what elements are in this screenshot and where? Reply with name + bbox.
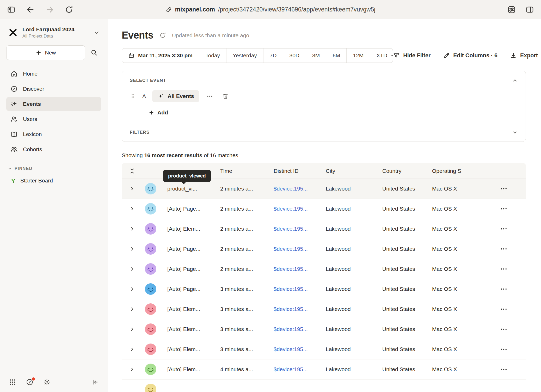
event-name[interactable]: [Auto] Page... xyxy=(167,246,220,252)
reload-icon[interactable] xyxy=(65,5,73,14)
distinct-id-link[interactable]: $device:195... xyxy=(274,286,326,292)
table-row[interactable]: [Auto] Page... 2 minutes a... $device:19… xyxy=(122,259,526,279)
search-button[interactable] xyxy=(87,45,101,60)
browser-sidebar-toggle-icon[interactable] xyxy=(7,5,16,14)
distinct-id-link[interactable]: $device:195... xyxy=(274,186,326,192)
event-name[interactable]: [Auto] Page... xyxy=(167,286,220,292)
city-cell: Lakewood xyxy=(326,206,382,212)
sidebar-item-home[interactable]: Home xyxy=(6,67,101,81)
event-options-button[interactable] xyxy=(205,91,215,101)
distinct-id-link[interactable]: $device:195... xyxy=(274,246,326,252)
event-name[interactable]: [Auto] Page... xyxy=(167,206,220,212)
expand-row-icon[interactable] xyxy=(130,246,135,252)
sidebar-item-cohorts[interactable]: Cohorts xyxy=(6,142,101,156)
expand-row-icon[interactable] xyxy=(130,327,135,332)
new-button[interactable]: New xyxy=(6,45,85,60)
event-name[interactable]: [Auto] Page... xyxy=(167,266,220,272)
distinct-id-link[interactable]: $device:195... xyxy=(274,306,326,312)
table-row[interactable]: [Auto] Elem... 3 minutes a... $device:19… xyxy=(122,299,526,319)
distinct-id-link[interactable]: $device:195... xyxy=(274,226,326,232)
table-row[interactable]: [Auto] Elem... 3 minutes a... $device:19… xyxy=(122,339,526,359)
row-menu-icon[interactable] xyxy=(500,225,508,233)
range-yesterday[interactable]: Yesterday xyxy=(226,48,263,63)
row-menu-icon[interactable] xyxy=(500,305,508,313)
collapse-sidebar-icon[interactable] xyxy=(91,378,99,386)
row-menu-icon[interactable] xyxy=(500,365,508,373)
expand-row-icon[interactable] xyxy=(130,206,135,211)
range-7d[interactable]: 7D xyxy=(263,48,283,63)
delete-event-button[interactable] xyxy=(220,91,231,101)
column-header-city[interactable]: City xyxy=(326,168,382,174)
row-menu-icon[interactable] xyxy=(500,245,508,253)
export-button[interactable]: Export xyxy=(510,52,538,59)
table-row[interactable]: [Auto] Page... 3 minutes a... $device:19… xyxy=(122,279,526,299)
row-menu-icon[interactable] xyxy=(500,185,508,193)
expand-row-icon[interactable] xyxy=(130,266,135,272)
row-menu-icon[interactable] xyxy=(500,325,508,333)
distinct-id-link[interactable]: $device:195... xyxy=(274,326,326,332)
event-name[interactable]: [Auto] Elem... xyxy=(167,326,220,332)
column-header-country[interactable]: Country xyxy=(382,168,432,174)
column-header-os[interactable]: Operating S xyxy=(432,168,482,174)
row-menu-icon[interactable] xyxy=(500,285,508,293)
sidebar-item-starter-board[interactable]: Starter Board xyxy=(6,174,101,187)
row-menu-icon[interactable] xyxy=(500,345,508,353)
address-bar[interactable]: mixpanel.com/project/3472420/view/397469… xyxy=(166,6,376,13)
collapse-section-icon[interactable] xyxy=(512,78,518,83)
table-row[interactable]: [Auto] Elem... 4 minutes a... $device:19… xyxy=(122,359,526,379)
event-name[interactable]: [Auto] Elem... xyxy=(167,226,220,232)
expand-section-icon[interactable] xyxy=(512,130,518,135)
expand-row-icon[interactable] xyxy=(130,367,135,372)
event-name[interactable]: [Auto] Elem... xyxy=(167,366,220,372)
range-12m[interactable]: 12M xyxy=(346,48,370,63)
row-menu-icon[interactable] xyxy=(500,205,508,213)
event-name[interactable]: product_vi... xyxy=(167,186,220,192)
settings-gear-icon[interactable] xyxy=(43,378,51,386)
edit-columns-button[interactable]: Edit Columns · 6 xyxy=(443,52,497,59)
project-switcher[interactable]: Lord Farquaad 2024 All Project Data xyxy=(6,24,101,45)
split-view-icon[interactable] xyxy=(525,5,534,14)
sidebar-item-lexicon[interactable]: Lexicon xyxy=(6,127,101,141)
range-3m[interactable]: 3M xyxy=(306,48,326,63)
distinct-id-link[interactable]: $device:195... xyxy=(274,346,326,352)
help-button[interactable]: ? xyxy=(26,378,33,386)
add-event-button[interactable]: Add xyxy=(149,109,168,116)
table-row[interactable]: [Auto] Elem... 2 minutes a... $device:19… xyxy=(122,219,526,239)
date-picker-button[interactable]: Mar 11, 2025 3:30 pm xyxy=(122,48,199,63)
table-row[interactable]: [Auto] Elem... 3 minutes a... $device:19… xyxy=(122,319,526,339)
back-icon[interactable] xyxy=(26,5,35,14)
range-6m[interactable]: 6M xyxy=(326,48,346,63)
event-name[interactable]: [Auto] Elem... xyxy=(167,306,220,312)
distinct-id-link[interactable]: $device:195... xyxy=(274,366,326,372)
table-row[interactable]: [Auto] Page... 2 minutes a... $device:19… xyxy=(122,199,526,219)
distinct-id-link[interactable]: $device:195... xyxy=(274,206,326,212)
forward-icon[interactable] xyxy=(45,5,54,14)
event-selector-chip[interactable]: All Events xyxy=(152,90,199,102)
expand-row-icon[interactable] xyxy=(130,226,135,231)
expand-row-icon[interactable] xyxy=(130,307,135,312)
sidebar-item-events[interactable]: Events xyxy=(6,97,101,111)
range-30d[interactable]: 30D xyxy=(283,48,306,63)
event-name[interactable]: [Auto] Elem... xyxy=(167,346,220,352)
range-today[interactable]: Today xyxy=(199,48,226,63)
sidebar-item-discover[interactable]: Discover xyxy=(6,82,101,96)
range-xtd-dropdown[interactable]: XTD xyxy=(370,48,393,63)
sidebar-item-users[interactable]: Users xyxy=(6,112,101,126)
expand-row-icon[interactable] xyxy=(130,347,135,352)
column-header-time[interactable]: Time xyxy=(220,168,274,174)
drag-handle-icon[interactable] xyxy=(130,93,136,99)
filters-section: FILTERS xyxy=(122,123,526,142)
apps-grid-icon[interactable] xyxy=(9,378,16,386)
row-menu-icon[interactable] xyxy=(500,265,508,273)
column-header-distinct-id[interactable]: Distinct ID xyxy=(274,168,326,174)
page-settings-icon[interactable] xyxy=(507,5,516,14)
collapse-all-rows-icon[interactable] xyxy=(129,168,136,174)
distinct-id-link[interactable]: $device:195... xyxy=(274,266,326,272)
table-row[interactable]: [Auto] Page... 2 minutes a... $device:19… xyxy=(122,239,526,259)
expand-row-icon[interactable] xyxy=(130,286,135,292)
refresh-icon[interactable] xyxy=(159,32,166,39)
table-row-partial[interactable] xyxy=(122,379,526,392)
hide-filter-button[interactable]: Hide Filter xyxy=(393,52,431,59)
pinned-section-header[interactable]: PINNED xyxy=(8,166,100,171)
expand-row-icon[interactable] xyxy=(130,186,135,191)
